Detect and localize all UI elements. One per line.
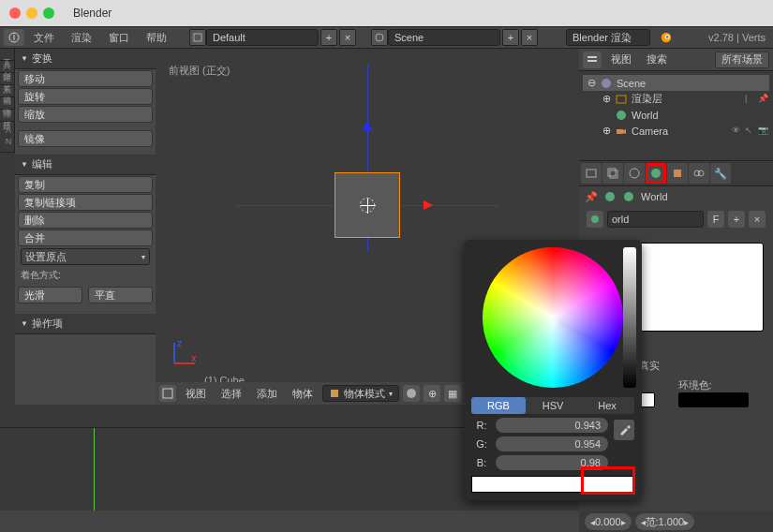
- menu-file[interactable]: 文件: [26, 26, 62, 49]
- svg-point-13: [407, 389, 416, 398]
- mode-dropdown[interactable]: 物体模式▾: [322, 385, 399, 402]
- prop-render-icon[interactable]: [581, 163, 602, 184]
- rotate-button[interactable]: 旋转: [18, 88, 153, 105]
- layout-browse-icon[interactable]: [189, 29, 206, 46]
- outliner-row-world[interactable]: World: [583, 107, 769, 123]
- tab-greasepencil[interactable]: 挤压: [0, 110, 15, 122]
- edit-header[interactable]: ▼编辑: [15, 155, 156, 175]
- svg-point-22: [630, 169, 639, 178]
- x-manipulator-icon[interactable]: [424, 200, 438, 210]
- render-icon[interactable]: 📷: [758, 126, 769, 137]
- translate-button[interactable]: 移动: [18, 70, 153, 87]
- delete-button[interactable]: 删除: [18, 212, 153, 229]
- tab-physics[interactable]: 物理: [0, 97, 15, 110]
- outliner-type-icon[interactable]: [583, 52, 602, 68]
- playhead[interactable]: [94, 428, 95, 510]
- svg-rect-20: [608, 169, 616, 176]
- g-value: 0.954: [574, 438, 601, 450]
- shade-smooth-button[interactable]: 光滑: [18, 287, 82, 303]
- eyedropper-icon[interactable]: [614, 420, 634, 440]
- layout-add-icon[interactable]: +: [320, 29, 337, 46]
- tool-panel: ▼变换 移动 旋转 缩放 镜像 ▼编辑 复制 复制链接项 删除 合并 设置原点▾…: [15, 49, 156, 405]
- scene-browse-icon[interactable]: [371, 29, 388, 46]
- engine-name: Blender 渲染: [572, 31, 632, 45]
- prop-modifiers-icon[interactable]: 🔧: [710, 163, 731, 184]
- svg-rect-2: [194, 34, 201, 41]
- top-menubar: i 文件 渲染 窗口 帮助 Default + × Scene + × Blen…: [0, 26, 773, 49]
- layout-remove-icon[interactable]: ×: [339, 29, 356, 46]
- minimize-icon[interactable]: [26, 7, 37, 19]
- render-engine-dropdown[interactable]: Blender 渲染: [566, 29, 650, 46]
- pin-icon[interactable]: 📌: [585, 191, 598, 203]
- r-field[interactable]: 0.943: [496, 418, 608, 433]
- outliner-filter-dd[interactable]: 所有场景: [715, 52, 769, 68]
- ambient-color-swatch[interactable]: [678, 392, 749, 407]
- duplicate-button[interactable]: 复制: [18, 176, 153, 193]
- prop-constraints-icon[interactable]: [689, 163, 709, 184]
- prop-world-icon[interactable]: [646, 163, 666, 184]
- z-manipulator-icon[interactable]: [363, 116, 372, 130]
- tab-an[interactable]: AN: [0, 122, 15, 153]
- vh-add[interactable]: 添加: [251, 387, 283, 401]
- duplicate-linked-button[interactable]: 复制链接项: [18, 194, 153, 211]
- color-cursor-icon[interactable]: [559, 320, 565, 326]
- prop-scene-icon[interactable]: [624, 163, 645, 184]
- fake-user-button[interactable]: F: [707, 211, 724, 228]
- scene-remove-icon[interactable]: ×: [521, 29, 538, 46]
- scene-dropdown[interactable]: Scene: [388, 29, 500, 46]
- prop-object-icon[interactable]: [667, 163, 688, 184]
- outliner-search[interactable]: 搜索: [641, 52, 673, 66]
- world-name-field[interactable]: orld: [607, 211, 704, 228]
- value-a-field[interactable]: ◂ 0.000 ▸: [585, 513, 632, 530]
- menu-window[interactable]: 窗口: [101, 26, 137, 49]
- set-origin-dropdown[interactable]: 设置原点▾: [21, 248, 150, 265]
- outliner[interactable]: ⊖ Scene ⊕ 渲染层 |📌 World ⊕ Camera 👁↖📷: [579, 71, 773, 160]
- tab-create[interactable]: 创建: [0, 61, 15, 73]
- outliner-row-scene[interactable]: ⊖ Scene: [583, 75, 769, 91]
- cursor-icon[interactable]: ↖: [745, 126, 756, 137]
- shading-mode-icon[interactable]: [403, 385, 420, 402]
- info-icon[interactable]: i: [4, 29, 24, 46]
- value-b-field[interactable]: ◂ 范:1.000 ▸: [635, 513, 695, 530]
- vh-view[interactable]: 视图: [180, 387, 212, 401]
- color-picker-popup[interactable]: RGB HSV Hex R:0.943 G:0.954 B:0.98: [464, 240, 642, 500]
- window-controls[interactable]: [9, 7, 54, 19]
- svg-rect-17: [617, 96, 626, 103]
- layout-dropdown[interactable]: Default: [206, 29, 319, 46]
- pin-icon[interactable]: 📌: [758, 94, 769, 105]
- prop-renderlayers-icon[interactable]: [602, 163, 623, 184]
- close-icon[interactable]: [9, 7, 21, 19]
- shade-flat-button[interactable]: 平直: [88, 287, 153, 303]
- g-field[interactable]: 0.954: [496, 436, 608, 451]
- maximize-icon[interactable]: [43, 7, 54, 19]
- history-title: 操作项: [32, 317, 63, 331]
- scale-button[interactable]: 缩放: [18, 106, 153, 123]
- tab-rgb[interactable]: RGB: [471, 397, 526, 414]
- tab-hex[interactable]: Hex: [580, 397, 634, 414]
- eye-icon[interactable]: 👁: [732, 126, 743, 137]
- color-wheel[interactable]: [483, 247, 623, 388]
- outliner-row-renderlayers[interactable]: ⊕ 渲染层 |📌: [583, 91, 769, 107]
- mirror-button[interactable]: 镜像: [18, 130, 153, 147]
- tab-relations[interactable]: 关系: [0, 73, 15, 85]
- layers-icon[interactable]: ▦: [444, 385, 461, 402]
- history-header[interactable]: ▼操作项: [15, 314, 156, 334]
- outliner-row-camera[interactable]: ⊕ Camera 👁↖📷: [583, 123, 769, 139]
- editor-type-icon[interactable]: [159, 385, 176, 402]
- vh-select[interactable]: 选择: [216, 387, 247, 401]
- menu-render[interactable]: 渲染: [64, 26, 99, 49]
- value-slider[interactable]: [623, 247, 636, 388]
- tab-hsv[interactable]: HSV: [526, 397, 580, 414]
- tab-animation[interactable]: 动画: [0, 85, 15, 97]
- vh-object[interactable]: 物体: [287, 387, 319, 401]
- unlink-world-icon[interactable]: ×: [749, 211, 766, 228]
- browse-world-icon[interactable]: [587, 211, 603, 228]
- pivot-icon[interactable]: ⊕: [424, 385, 440, 402]
- tab-tools[interactable]: 工具: [0, 49, 15, 61]
- join-button[interactable]: 合并: [18, 229, 153, 246]
- add-world-icon[interactable]: +: [728, 211, 745, 228]
- menu-help[interactable]: 帮助: [139, 26, 174, 49]
- scene-add-icon[interactable]: +: [502, 29, 519, 46]
- outliner-view[interactable]: 视图: [605, 52, 637, 66]
- transform-header[interactable]: ▼变换: [15, 49, 156, 69]
